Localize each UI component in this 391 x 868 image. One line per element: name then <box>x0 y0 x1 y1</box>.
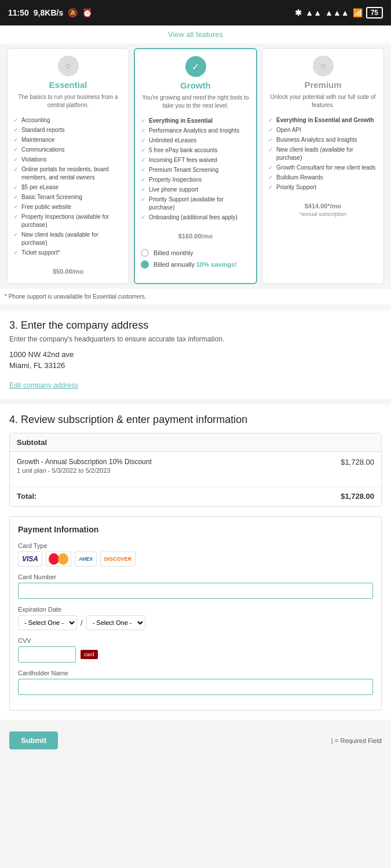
payment-title: Payment Information <box>18 525 373 534</box>
time: 11:50 <box>8 8 29 17</box>
expiry-year-select[interactable]: - Select One - <box>86 615 145 630</box>
growth-name: Growth <box>141 80 250 90</box>
essential-icon: ○ <box>13 56 123 76</box>
feature-item: Ticket support* <box>13 248 123 258</box>
billing-annual[interactable]: Billed annually 10% savings! <box>141 259 250 270</box>
plan-growth[interactable]: ✓ Growth You're growing and need the rig… <box>134 48 257 284</box>
subtotal-header: Subtotal <box>10 433 381 452</box>
cardholder-group: Cardholder Name <box>18 670 373 695</box>
card-number-input[interactable] <box>18 583 373 599</box>
bluetooth-icon: ✱ <box>295 8 302 17</box>
total-row: Total: $1,728.00 <box>10 492 381 506</box>
discover-logo: DISCOVER <box>100 551 136 567</box>
cvv-label: CVV <box>18 637 373 644</box>
subtotal-body: Growth - Annual Subscription 10% Discoun… <box>10 452 381 482</box>
feature-item: Growth Consultant for new client leads <box>268 163 378 172</box>
feature-item: $5 per eLease <box>13 182 123 192</box>
essential-features: Accounting Standard reports Maintenance … <box>13 115 123 258</box>
expiration-label: Expiration Date <box>18 606 373 613</box>
plans-container: ○ Essential The basics to run your busin… <box>0 43 391 289</box>
network-speed: 9,8KB/s <box>34 8 63 17</box>
status-left: 11:50 9,8KB/s 🔕 ⏰ <box>8 8 92 17</box>
status-right: ✱ ▲▲ ▲▲▲ 📶 75 <box>295 7 383 19</box>
subtotal-line-amount: $1,728.00 <box>341 458 374 466</box>
status-bar: 11:50 9,8KB/s 🔕 ⏰ ✱ ▲▲ ▲▲▲ 📶 75 <box>0 0 391 25</box>
cvv-card-icon: card <box>81 650 98 659</box>
card-type-label: Card Type <box>18 542 373 549</box>
billing-monthly[interactable]: Billed monthly <box>141 247 250 259</box>
feature-item: Business Analytics and Insights <box>268 135 378 145</box>
battery-icon: 75 <box>366 7 383 19</box>
billing-options: Billed monthly Billed annually 10% savin… <box>141 241 250 273</box>
subtotal-line-sub: 1 unit plan - 5/3/2022 to 5/2/2023 <box>17 467 152 474</box>
growth-icon: ✓ <box>141 56 250 77</box>
card-type-group: Card Type VISA AMEX DISCOVER <box>18 542 373 567</box>
payment-box: Payment Information Card Type VISA AMEX … <box>9 516 382 711</box>
feature-item: Onboarding (additional fees apply) <box>141 212 250 222</box>
phone-note: * Phone support is unavailable for Essen… <box>0 289 391 304</box>
expiration-group: Expiration Date - Select One - / - Selec… <box>18 606 373 630</box>
submit-button[interactable]: Submit <box>9 731 58 749</box>
feature-item: Performance Analytics and Insights <box>141 126 250 135</box>
feature-item: Online portals for residents, board memb… <box>13 164 123 182</box>
premium-features: Everything in Essential and Growth Open … <box>268 115 378 192</box>
premium-name: Premium <box>268 80 378 90</box>
card-number-group: Card Number <box>18 573 373 599</box>
feature-item: Priority Support <box>268 182 378 192</box>
subtotal-row: Growth - Annual Subscription 10% Discoun… <box>17 458 374 474</box>
submit-bar: Submit | = Required Field <box>0 726 391 755</box>
essential-price: $50.00/mo <box>13 264 123 277</box>
section3-desc: Enter the company's headquarters to ensu… <box>9 335 382 343</box>
cardholder-label: Cardholder Name <box>18 670 373 676</box>
feature-item: Buildium Rewards <box>268 172 378 182</box>
feature-item: Unlimited eLeases <box>141 135 250 145</box>
premium-desc: Unlock your potential with our full suit… <box>268 93 378 109</box>
feature-item: Incoming EFT fees waived <box>141 155 250 165</box>
wifi-icon: 📶 <box>353 8 363 17</box>
feature-item: Priority Support (available for purchase… <box>141 194 250 212</box>
subtotal-line-label: Growth - Annual Subscription 10% Discoun… <box>17 458 152 466</box>
growth-price: $160.00/mo <box>141 229 250 241</box>
section3-title: 3. Enter the company address <box>9 319 382 332</box>
expiry-row: - Select One - / - Select One - <box>18 615 373 630</box>
billing-annual-label: Billed annually 10% savings! <box>154 261 237 268</box>
card-number-label: Card Number <box>18 573 373 580</box>
view-all-features-link[interactable]: View all features <box>0 25 391 43</box>
expiry-month-select[interactable]: - Select One - <box>18 615 77 630</box>
alarm-icon: ⏰ <box>82 8 92 17</box>
feature-item: Everything in Essential <box>141 116 250 126</box>
cvv-group: CVV card <box>18 637 373 663</box>
feature-item: Property Inspections <box>141 175 250 185</box>
plan-essential[interactable]: ○ Essential The basics to run your busin… <box>7 48 129 284</box>
plan-premium[interactable]: ○ Premium Unlock your potential with our… <box>262 48 384 284</box>
cardholder-input[interactable] <box>18 679 373 695</box>
signal-icon2: ▲▲▲ <box>325 8 349 17</box>
mastercard-logo <box>46 551 71 567</box>
edit-company-address-link[interactable]: Edit company address <box>9 381 78 389</box>
growth-desc: You're growing and need the right tools … <box>141 94 250 110</box>
feature-item: Accounting <box>13 115 123 125</box>
visa-logo: VISA <box>18 551 42 567</box>
radio-annual[interactable] <box>141 260 149 269</box>
cvv-row: card <box>18 646 373 663</box>
amex-logo: AMEX <box>75 551 97 567</box>
total-amount: $1,728.00 <box>341 492 374 501</box>
feature-item: Premium Tenant Screening <box>141 165 250 175</box>
feature-item: Everything in Essential and Growth <box>268 115 378 125</box>
mute-icon: 🔕 <box>68 8 78 17</box>
feature-item: Maintenance <box>13 135 123 145</box>
feature-item: Violations <box>13 155 123 164</box>
growth-features: Everything in Essential Performance Anal… <box>141 116 250 222</box>
section-address: 3. Enter the company address Enter the c… <box>0 310 391 399</box>
essential-desc: The basics to run your business from a c… <box>13 93 123 109</box>
premium-icon: ○ <box>268 56 378 76</box>
cvv-input[interactable] <box>18 646 76 663</box>
subtotal-line-details: Growth - Annual Subscription 10% Discoun… <box>17 458 152 474</box>
billing-monthly-label: Billed monthly <box>154 249 193 256</box>
essential-name: Essential <box>13 80 123 90</box>
feature-item: Free public website <box>13 202 123 212</box>
feature-item: Basic Tenant Screening <box>13 192 123 202</box>
feature-item: Property Inspections (available for purc… <box>13 212 123 230</box>
total-label: Total: <box>17 492 36 501</box>
radio-monthly[interactable] <box>141 249 149 257</box>
